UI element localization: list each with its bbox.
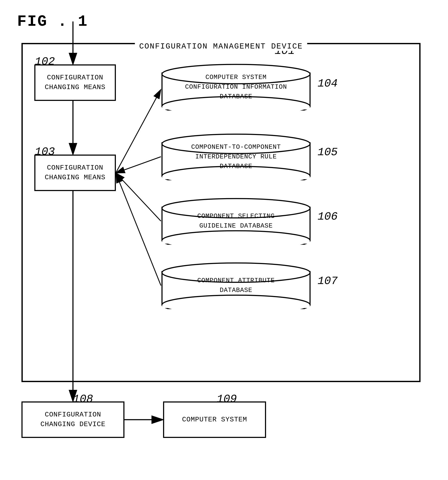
- main-box-label: CONFIGURATION MANAGEMENT DEVICE: [135, 42, 307, 51]
- svg-point-5: [162, 134, 310, 154]
- ref-105: 105: [318, 146, 338, 159]
- db-106-container: COMPONENT SELECTING GUIDELINE DATABASE: [161, 198, 311, 247]
- db-104-container: COMPUTER SYSTEM CONFIGURATION INFORMATIO…: [161, 63, 311, 117]
- db-105-container: COMPONENT-TO-COMPONENT INTERDEPENDENCY R…: [161, 133, 311, 183]
- box-108-config-changing-device: CONFIGURATIONCHANGING DEVICE: [21, 402, 125, 438]
- figure-label: FIG . 1: [17, 13, 88, 30]
- ref-104: 104: [318, 77, 338, 90]
- box-109-computer-system: COMPUTER SYSTEM: [163, 402, 266, 438]
- ref-106: 106: [318, 210, 338, 223]
- svg-point-1: [162, 64, 310, 84]
- db-105-shape: COMPONENT-TO-COMPONENT INTERDEPENDENCY R…: [161, 133, 311, 180]
- svg-point-9: [162, 198, 310, 218]
- box-108-label: CONFIGURATIONCHANGING DEVICE: [40, 410, 105, 429]
- db-107-container: COMPONENT ATTRIBUTE DATABASE: [161, 262, 311, 311]
- db-107-shape: COMPONENT ATTRIBUTE DATABASE: [161, 262, 311, 309]
- box-102-label: CONFIGURATIONCHANGING MEANS: [45, 73, 105, 92]
- box-103-label: CONFIGURATIONCHANGING MEANS: [45, 163, 105, 183]
- svg-rect-7: [162, 176, 310, 179]
- svg-rect-3: [162, 106, 310, 109]
- ref-107: 107: [318, 275, 338, 287]
- box-103-config-changing-means: CONFIGURATIONCHANGING MEANS: [34, 155, 116, 191]
- db-106-shape: COMPONENT SELECTING GUIDELINE DATABASE: [161, 198, 311, 245]
- box-102-config-changing-means: CONFIGURATIONCHANGING MEANS: [34, 64, 116, 101]
- svg-rect-11: [162, 240, 310, 244]
- svg-point-13: [162, 263, 310, 282]
- box-109-label: COMPUTER SYSTEM: [182, 415, 247, 425]
- db-104-shape: COMPUTER SYSTEM CONFIGURATION INFORMATIO…: [161, 63, 311, 111]
- svg-rect-15: [162, 305, 310, 308]
